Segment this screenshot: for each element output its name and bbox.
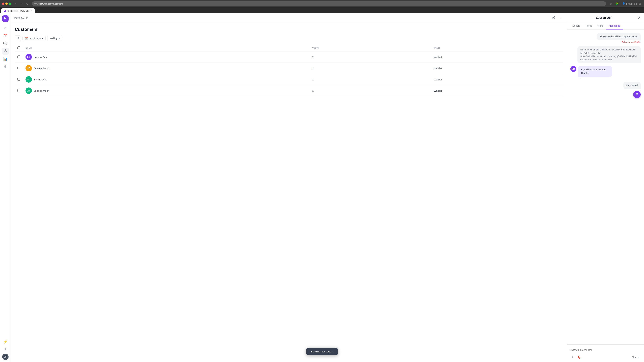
customer-name-cell: SD Sarina Dale (23, 74, 310, 85)
search-button[interactable] (15, 35, 21, 41)
browser-navigation: ← → ↻ (14, 2, 29, 6)
table-row[interactable]: JM Jessica Moon 1 Waitlist (15, 85, 563, 96)
date-range-label: Last 7 days (29, 37, 41, 40)
row-checkbox[interactable] (18, 78, 20, 81)
state-cell: Waitlist (431, 63, 563, 74)
calendar-icon: 📅 (3, 34, 8, 38)
state-column-header: STATE (431, 45, 563, 51)
panel-close-button[interactable]: ✕ (638, 16, 641, 20)
calendar-filter-icon: 📅 (25, 37, 28, 40)
svg-point-0 (5, 49, 6, 51)
name-column-header: NAME (23, 45, 310, 51)
customer-cell: SD Sarina Dale (26, 76, 307, 83)
send-chat-button[interactable]: Chat ▾ (629, 355, 641, 360)
minimize-window-button[interactable] (5, 2, 8, 5)
back-button[interactable]: ← (14, 2, 18, 5)
sidebar-item-help[interactable]: ? (2, 346, 9, 353)
sidebar-logo[interactable]: M (2, 15, 8, 22)
edit-button[interactable] (551, 15, 556, 21)
date-range-filter[interactable]: 📅 Last 7 days ▾ (22, 36, 46, 41)
right-panel: Lauren Deli ✕ Details Notes Visits Messa… (567, 13, 644, 362)
customer-name: Jemina Smith (34, 67, 49, 70)
more-options-button[interactable]: ··· (558, 15, 564, 21)
tab-messages[interactable]: Messages (606, 22, 623, 29)
row-checkbox[interactable] (18, 89, 20, 92)
close-window-button[interactable] (2, 2, 4, 5)
analytics-icon: 📊 (3, 57, 8, 61)
tab-visits[interactable]: Visits (595, 22, 606, 29)
edit-button-wrapper (551, 15, 556, 21)
message-1: Hi, your order will be prepared today. F… (570, 33, 641, 43)
m-action-button[interactable]: M (633, 91, 641, 98)
new-tab-button[interactable]: + (35, 9, 39, 13)
customer-name-cell: JS Jemina Smith (23, 63, 310, 74)
add-attachment-button[interactable]: + (570, 355, 575, 360)
sidebar-item-chat[interactable]: 💬 (2, 40, 9, 47)
user-avatar[interactable]: JR (2, 354, 8, 360)
table-row[interactable]: SD Sarina Dale 1 Waitlist (15, 74, 563, 85)
row-checkbox[interactable] (18, 55, 20, 58)
table-row[interactable]: LD Lauren Deli 2 Waitlist (15, 51, 563, 63)
state-cell: Waitlist (431, 51, 563, 63)
customer-name: Sarina Dale (34, 78, 47, 81)
browser-chrome: ← → ↻ new.waitwhile.com/customers ☆ 🧩 👤 … (0, 0, 644, 7)
visits-cell: 1 (310, 85, 431, 96)
top-bar: Moodjoy7434 ··· (11, 13, 567, 22)
customer-name-cell: JM Jessica Moon (23, 85, 310, 96)
message-3: LD Hi, I will wait for my turn. Thanks! … (570, 66, 641, 79)
extensions-button[interactable]: 🧩 (614, 2, 620, 6)
visits-column-header: VISITS (310, 45, 431, 51)
message-text-3: Hi, I will wait for my turn. Thanks! (581, 68, 606, 74)
home-icon: ⌂ (4, 26, 6, 30)
browser-tabs: M Customers | Waitwhile ✕ + (0, 7, 644, 13)
chat-icon: 💬 (3, 41, 8, 45)
sidebar-item-analytics[interactable]: 📊 (2, 55, 9, 62)
visits-cell: 1 (310, 63, 431, 74)
state-cell: Waitlist (431, 85, 563, 96)
window-controls[interactable] (2, 2, 11, 5)
select-all-column (15, 45, 23, 51)
sidebar-item-calendar[interactable]: 📅 (2, 32, 9, 39)
plus-icon: + (572, 356, 574, 359)
sidebar-item-customers[interactable] (2, 48, 9, 55)
svg-text:JR: JR (4, 356, 6, 358)
url-text: new.waitwhile.com/customers (34, 2, 63, 5)
sidebar-item-integrations[interactable]: ⚡ (2, 338, 9, 345)
chat-send-label: Chat (632, 356, 636, 359)
maximize-window-button[interactable] (9, 2, 11, 5)
customer-avatar: JS (26, 65, 32, 71)
state-filter[interactable]: Waiting ▾ (47, 36, 62, 41)
save-button[interactable]: 🔖 (576, 355, 582, 360)
table-row[interactable]: JS Jemina Smith 1 Waitlist (15, 63, 563, 74)
chat-input[interactable] (570, 347, 641, 353)
sender-avatar-3: LD (570, 66, 576, 72)
tab-close-button[interactable]: ✕ (30, 9, 32, 12)
messages-container: Hi, your order will be prepared today. F… (567, 29, 644, 345)
reload-button[interactable]: ↻ (25, 2, 29, 6)
sidebar-item-home[interactable]: ⌂ (2, 24, 9, 31)
org-name: Moodjoy7434 (14, 16, 28, 19)
customer-cell: JS Jemina Smith (26, 65, 307, 71)
bookmark-icon: 🔖 (577, 356, 581, 359)
ellipsis-icon: ··· (559, 16, 562, 19)
customers-table: NAME VISITS STATE LD Lauren Deli 2 Waitl… (15, 45, 563, 96)
profile-button[interactable]: 👤 Incognito (2) (621, 2, 642, 6)
address-bar[interactable]: new.waitwhile.com/customers (32, 1, 606, 6)
customer-name: Lauren Deli (34, 56, 47, 58)
sidebar-item-settings[interactable]: ⚙ (2, 63, 9, 70)
chat-bottom-bar: + 🔖 Chat ▾ (570, 355, 641, 360)
svg-point-3 (17, 37, 18, 39)
forward-button[interactable]: → (20, 2, 24, 5)
tab-title: Customers | Waitwhile (8, 10, 29, 12)
bookmark-button[interactable]: ☆ (608, 2, 613, 6)
select-all-checkbox[interactable] (18, 46, 20, 49)
chat-input-area: + 🔖 Chat ▾ (567, 345, 644, 362)
sidebar: M ⌂ 📅 💬 📊 ⚙ ⚡ ? (0, 13, 11, 362)
tab-notes[interactable]: Notes (583, 22, 595, 29)
row-checkbox[interactable] (18, 67, 20, 69)
message-text-2: Hi! You're #5 on the Moodjoy7434 waitlis… (580, 48, 637, 61)
active-tab[interactable]: M Customers | Waitwhile ✕ (1, 8, 35, 13)
customer-avatar: SD (26, 76, 32, 83)
tab-details[interactable]: Details (570, 22, 583, 29)
toast-text: Sending message... (311, 350, 333, 353)
